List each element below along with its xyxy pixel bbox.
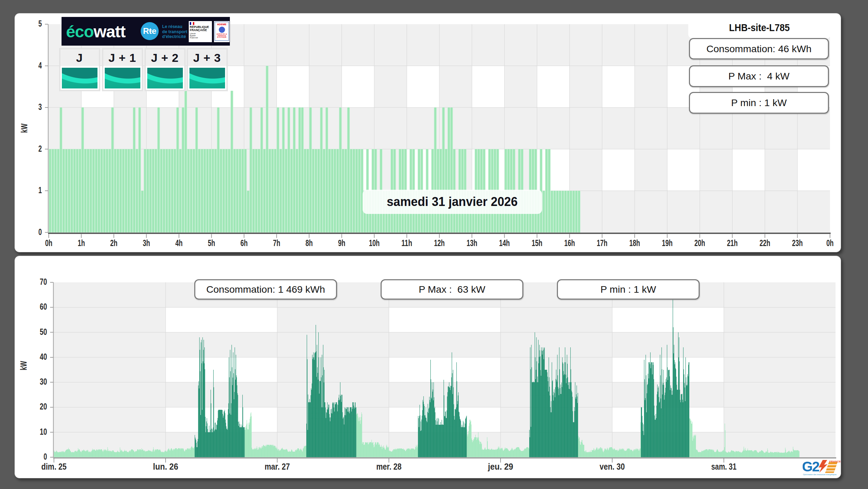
svg-text:14h: 14h xyxy=(499,238,510,248)
svg-text:2: 2 xyxy=(38,143,42,154)
svg-text:23h: 23h xyxy=(792,238,803,248)
svg-text:mar. 27: mar. 27 xyxy=(265,461,290,472)
svg-text:10h: 10h xyxy=(369,238,380,248)
svg-text:kW: kW xyxy=(18,361,29,370)
svg-text:8h: 8h xyxy=(306,238,313,248)
svg-text:17h: 17h xyxy=(597,238,607,248)
svg-text:5: 5 xyxy=(38,18,42,29)
svg-text:50: 50 xyxy=(40,327,47,337)
svg-text:21h: 21h xyxy=(727,238,738,248)
svg-text:Optimisation des ressources én: Optimisation des ressources énergétiques xyxy=(803,473,837,476)
svg-text:ven. 30: ven. 30 xyxy=(600,461,625,472)
svg-text:1: 1 xyxy=(38,185,42,195)
svg-text:15h: 15h xyxy=(532,238,542,248)
svg-text:7h: 7h xyxy=(273,238,280,248)
svg-text:0h: 0h xyxy=(45,238,53,248)
svg-text:sam. 31: sam. 31 xyxy=(711,461,737,472)
svg-text:0: 0 xyxy=(44,451,47,462)
svg-text:6h: 6h xyxy=(241,238,248,248)
svg-text:13h: 13h xyxy=(467,238,477,248)
svg-text:30: 30 xyxy=(40,376,47,387)
svg-text:60: 60 xyxy=(40,301,47,312)
svg-text:0h: 0h xyxy=(827,238,834,248)
svg-text:12h: 12h xyxy=(434,238,445,248)
svg-text:19h: 19h xyxy=(662,238,673,248)
svg-text:70: 70 xyxy=(40,276,47,287)
svg-text:kW: kW xyxy=(19,123,29,133)
svg-text:4h: 4h xyxy=(175,238,183,248)
svg-text:lun. 26: lun. 26 xyxy=(153,461,178,472)
svg-text:10: 10 xyxy=(40,426,47,437)
svg-text:5h: 5h xyxy=(208,238,215,248)
svg-text:FRANCE: FRANCE xyxy=(829,460,841,463)
svg-text:3: 3 xyxy=(38,102,42,112)
svg-text:jeu. 29: jeu. 29 xyxy=(488,461,513,472)
svg-text:20h: 20h xyxy=(694,238,705,248)
svg-text:G2: G2 xyxy=(803,460,819,474)
svg-text:18h: 18h xyxy=(629,238,640,248)
svg-text:9h: 9h xyxy=(338,238,345,248)
svg-text:dim. 25: dim. 25 xyxy=(41,461,67,472)
svg-text:40: 40 xyxy=(40,351,47,362)
svg-text:2h: 2h xyxy=(110,238,118,248)
svg-text:mer. 28: mer. 28 xyxy=(376,461,402,472)
svg-text:0: 0 xyxy=(38,227,42,237)
svg-text:4: 4 xyxy=(38,60,42,70)
svg-text:11h: 11h xyxy=(401,238,412,248)
svg-text:16h: 16h xyxy=(564,238,575,248)
svg-text:1h: 1h xyxy=(78,238,85,248)
svg-text:20: 20 xyxy=(40,401,47,412)
svg-text:22h: 22h xyxy=(759,238,770,248)
svg-text:3h: 3h xyxy=(143,238,150,248)
